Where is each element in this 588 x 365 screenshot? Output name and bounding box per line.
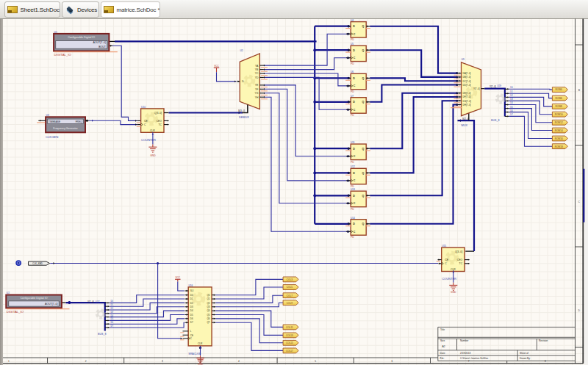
svg-text:DA[7..0]: DA[7..0] xyxy=(463,72,471,75)
svg-text:C: C xyxy=(354,155,356,158)
svg-text:U7: U7 xyxy=(351,95,354,98)
svg-text:YC: YC xyxy=(255,72,259,75)
svg-text:Sheet of: Sheet of xyxy=(520,352,528,355)
svg-text:A2: A2 xyxy=(442,345,445,348)
svg-text:U15: U15 xyxy=(442,245,446,247)
svg-text:Q6: Q6 xyxy=(207,317,209,320)
svg-text:BUS_8: BUS_8 xyxy=(98,333,106,336)
svg-text:DIGITAL_IO: DIGITAL_IO xyxy=(7,310,24,314)
svg-text:D0: D0 xyxy=(190,294,193,297)
svg-text:C: C xyxy=(354,57,356,59)
svg-text:PD: PD xyxy=(351,90,354,93)
svg-text:DG[7..0]: DG[7..0] xyxy=(463,100,471,103)
svg-text:ROW16: ROW16 xyxy=(555,137,563,140)
svg-text:Frequency Generator: Frequency Generator xyxy=(53,127,78,130)
svg-text:VCC: VCC xyxy=(214,65,219,68)
svg-text:Q[3..0]: Q[3..0] xyxy=(455,250,462,253)
svg-text:Q: Q xyxy=(362,195,364,198)
svg-text:Q4: Q4 xyxy=(207,309,209,312)
svg-text:D2: D2 xyxy=(190,302,193,305)
svg-text:U16: U16 xyxy=(189,284,193,287)
svg-text:D: D xyxy=(353,148,355,151)
svg-text:U3: U3 xyxy=(46,114,49,117)
svg-text:D1: D1 xyxy=(111,303,114,306)
svg-text:B: B xyxy=(578,89,581,92)
svg-text:U5: U5 xyxy=(351,43,354,46)
svg-text:U4: U4 xyxy=(351,19,354,22)
svg-text:PD: PD xyxy=(351,114,354,117)
svg-text:COL11: COL11 xyxy=(286,326,293,329)
svg-text:5: 5 xyxy=(315,360,316,363)
svg-text:D2: D2 xyxy=(510,94,513,97)
svg-text:Q0: Q0 xyxy=(207,294,209,297)
svg-text:3: 3 xyxy=(162,360,163,363)
svg-text:2/19/2013: 2/19/2013 xyxy=(460,352,470,355)
svg-text:CE: CE xyxy=(445,259,448,261)
svg-text:Date:: Date: xyxy=(440,352,446,355)
svg-text:COL9: COL9 xyxy=(287,302,293,305)
svg-text:ROW12: ROW12 xyxy=(555,121,563,124)
svg-text:Y[7..0]: Y[7..0] xyxy=(473,87,480,90)
svg-text:Q5: Q5 xyxy=(207,314,209,317)
svg-text:D: D xyxy=(353,101,355,104)
svg-text:U13: U13 xyxy=(351,188,355,191)
svg-text:8: 8 xyxy=(545,360,546,363)
svg-text:D6: D6 xyxy=(510,109,513,112)
svg-text:BUS_8: BUS_8 xyxy=(491,119,499,122)
svg-text:ROW10: ROW10 xyxy=(555,113,563,116)
svg-text:C: C xyxy=(354,179,356,182)
svg-text:D4: D4 xyxy=(111,314,114,317)
svg-text:GND: GND xyxy=(150,154,156,157)
svg-text:D4: D4 xyxy=(510,101,513,104)
svg-text:Q: Q xyxy=(362,148,364,151)
svg-text:6: 6 xyxy=(392,360,393,363)
svg-text:CLKGEN: CLKGEN xyxy=(46,135,58,139)
svg-text:YH: YH xyxy=(255,96,259,99)
svg-text:CE: CE xyxy=(144,120,148,123)
svg-text:File:: File: xyxy=(440,357,445,360)
svg-text:YG: YG xyxy=(254,92,258,95)
svg-text:U14: U14 xyxy=(351,217,355,220)
svg-text:COUNTER: COUNTER xyxy=(442,277,456,281)
svg-text:D2: D2 xyxy=(111,307,114,310)
svg-text:U6: U6 xyxy=(351,71,354,73)
svg-text:D0: D0 xyxy=(510,86,513,89)
svg-text:CLR: CLR xyxy=(150,129,155,132)
svg-text:COUNTER: COUNTER xyxy=(141,138,156,142)
svg-text:FREQ: FREQ xyxy=(76,120,82,123)
svg-text:COL7: COL7 xyxy=(287,294,293,297)
svg-text:D1: D1 xyxy=(190,297,193,300)
svg-text:U9: U9 xyxy=(462,58,465,61)
svg-text:C: C xyxy=(354,33,356,36)
svg-text:U19: U19 xyxy=(498,84,502,87)
svg-text:D: D xyxy=(353,223,355,225)
svg-text:D4: D4 xyxy=(190,309,193,312)
svg-text:CLK_KBD: CLK_KBD xyxy=(32,262,43,265)
svg-text:PD: PD xyxy=(351,161,354,164)
svg-text:PD: PD xyxy=(351,62,354,65)
svg-text:Q3: Q3 xyxy=(207,306,209,308)
svg-text:TIMEBASE: TIMEBASE xyxy=(49,120,60,123)
svg-text:U2: U2 xyxy=(7,292,10,294)
svg-text:D3: D3 xyxy=(190,306,193,308)
svg-text:C: C xyxy=(354,84,356,87)
svg-text:PD: PD xyxy=(351,236,354,239)
svg-text:VCC: VCC xyxy=(175,276,180,279)
svg-text:CE: CE xyxy=(190,334,193,337)
svg-text:ROW14: ROW14 xyxy=(555,129,563,132)
svg-text:TC: TC xyxy=(459,262,463,265)
svg-text:Q7: Q7 xyxy=(207,321,209,324)
svg-text:D5: D5 xyxy=(190,314,193,317)
svg-text:D5: D5 xyxy=(510,106,513,109)
svg-text:U11: U11 xyxy=(351,141,355,144)
svg-text:DC[7..0]: DC[7..0] xyxy=(463,80,471,83)
svg-text:1: 1 xyxy=(8,360,10,363)
svg-text:COL15: COL15 xyxy=(286,341,293,344)
svg-text:PD: PD xyxy=(351,38,354,41)
svg-text:Q: Q xyxy=(362,49,364,52)
svg-text:Y[7..0]: Y[7..0] xyxy=(490,85,496,88)
svg-text:DH[7..0]: DH[7..0] xyxy=(463,104,471,106)
svg-text:SLI: SLI xyxy=(190,289,194,292)
svg-text:Size: Size xyxy=(440,339,445,342)
svg-text:D: D xyxy=(578,309,581,312)
